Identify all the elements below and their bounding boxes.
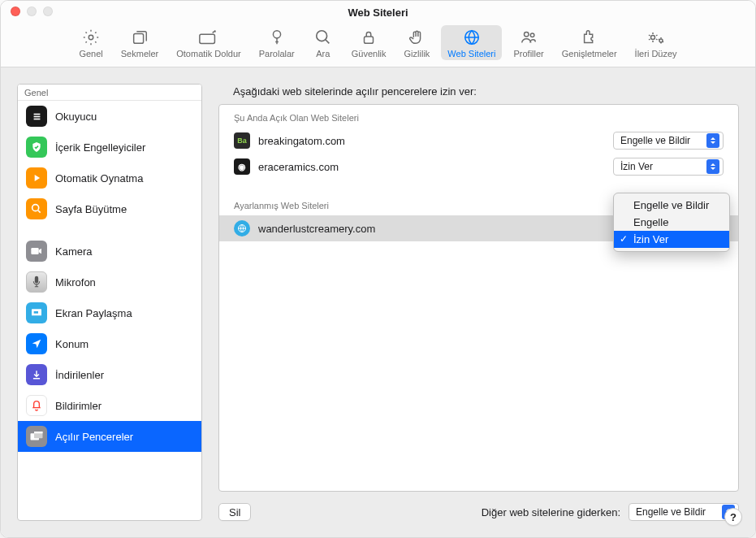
sidebar-item-label: Sayfa Büyütme	[55, 203, 127, 215]
sidebar-item-label: Ekran Paylaşma	[55, 307, 132, 319]
svg-rect-15	[33, 310, 39, 314]
bell-icon	[26, 395, 47, 416]
websites-table: Şu Anda Açık Olan Web Siteleri Ba breaki…	[218, 104, 739, 492]
puzzle-icon	[579, 28, 600, 46]
popup-option-block[interactable]: Engelle	[614, 214, 729, 231]
tabs-icon	[129, 28, 150, 46]
svg-point-9	[650, 36, 654, 40]
hand-icon	[406, 28, 427, 46]
sidebar-item-label: Mikrofon	[55, 276, 96, 289]
svg-point-3	[273, 31, 280, 38]
magnify-icon	[26, 198, 47, 219]
main-content: Aşağıdaki web sitelerinde açılır pencere…	[218, 84, 739, 521]
sidebar-item-label: Bildirimler	[55, 400, 102, 412]
site-favicon	[234, 220, 250, 236]
popup-option-block-notify[interactable]: Engelle ve Bildir	[614, 197, 729, 214]
toolbar-search[interactable]: Ara	[306, 25, 340, 60]
sidebar-item-location[interactable]: Konum	[18, 328, 201, 359]
toolbar-advanced[interactable]: İleri Düzey	[629, 25, 684, 60]
gear-icon	[80, 28, 102, 46]
toolbar-tabs[interactable]: Sekmeler	[114, 25, 165, 60]
site-row[interactable]: ◉ eraceramics.com İzin Ver	[219, 154, 738, 180]
site-name: wanderlustcreamery.com	[258, 223, 605, 235]
sidebar-item-camera[interactable]: Kamera	[18, 236, 201, 267]
zoom-window-button[interactable]	[43, 7, 53, 16]
window-title: Web Siteleri	[348, 7, 408, 19]
toolbar-extensions[interactable]: Genişletmeler	[555, 25, 624, 60]
permission-popup-menu: Engelle ve Bildir Engelle İzin Ver	[613, 193, 730, 252]
sidebar-item-page-zoom[interactable]: Sayfa Büyütme	[18, 193, 201, 224]
lock-icon	[358, 28, 379, 46]
toolbar-security[interactable]: Güvenlik	[345, 25, 393, 60]
footer-row: Sil Diğer web sitelerine giderken: Engel…	[218, 503, 739, 521]
svg-point-11	[32, 205, 39, 211]
sidebar-item-notifications[interactable]: Bildirimler	[18, 390, 201, 421]
location-icon	[26, 333, 47, 354]
sidebar-item-label: Açılır Pencereler	[55, 431, 133, 443]
close-window-button[interactable]	[11, 7, 20, 16]
other-sites-label: Diğer web sitelerine giderken:	[482, 506, 620, 518]
profiles-icon	[518, 28, 539, 46]
svg-rect-12	[31, 248, 38, 254]
sidebar-list: ☰ Okuyucu İçerik Engelleyiciler Otomatik…	[18, 101, 201, 520]
gears-icon	[646, 28, 667, 46]
svg-rect-2	[200, 34, 215, 43]
minimize-window-button[interactable]	[27, 7, 37, 16]
autofill-icon	[198, 28, 219, 46]
svg-point-10	[659, 39, 663, 42]
svg-rect-18	[34, 432, 43, 433]
site-name: breakingatom.com	[258, 135, 605, 147]
sidebar-item-label: Okuyucu	[55, 111, 97, 123]
site-permission-select[interactable]: Engelle ve Bildir	[613, 132, 724, 150]
svg-point-0	[89, 35, 93, 40]
play-icon	[26, 167, 47, 189]
sidebar-item-downloads[interactable]: İndirilenler	[18, 359, 201, 390]
help-button[interactable]: ?	[724, 508, 742, 526]
section-header-open: Şu Anda Açık Olan Web Siteleri	[219, 105, 738, 128]
toolbar-websites[interactable]: Web Siteleri	[441, 25, 502, 60]
toolbar-autofill[interactable]: Otomatik Doldur	[170, 25, 247, 60]
camera-icon	[26, 241, 47, 262]
content-heading: Aşağıdaki web sitelerinde açılır pencere…	[233, 85, 739, 98]
sidebar-item-label: İçerik Engelleyiciler	[55, 141, 145, 154]
svg-rect-5	[365, 37, 374, 43]
settings-sidebar: Genel ☰ Okuyucu İçerik Engelleyiciler	[17, 84, 202, 521]
select-arrows-icon	[706, 133, 719, 148]
sidebar-item-label: Otomatik Oynatma	[55, 172, 143, 184]
toolbar-profiles[interactable]: Profiller	[507, 25, 550, 60]
sidebar-item-content-blockers[interactable]: İçerik Engelleyiciler	[18, 132, 201, 163]
sidebar-item-popups[interactable]: Açılır Pencereler	[18, 421, 201, 452]
titlebar: Web Siteleri	[1, 1, 755, 24]
site-row[interactable]: Ba breakingatom.com Engelle ve Bildir	[219, 128, 738, 154]
sidebar-item-microphone[interactable]: Mikrofon	[18, 267, 201, 297]
sidebar-item-label: Konum	[55, 338, 89, 350]
svg-point-4	[317, 31, 327, 41]
delete-button[interactable]: Sil	[218, 503, 251, 521]
select-arrows-icon	[706, 159, 719, 174]
search-icon	[313, 28, 334, 46]
toolbar-general[interactable]: Genel	[72, 25, 109, 60]
sidebar-item-screen-sharing[interactable]: Ekran Paylaşma	[18, 297, 201, 328]
popup-option-allow[interactable]: İzin Ver	[614, 231, 729, 248]
site-favicon: Ba	[234, 132, 250, 149]
sidebar-item-autoplay[interactable]: Otomatik Oynatma	[18, 163, 201, 193]
other-sites-select[interactable]: Engelle ve Bildir	[629, 503, 739, 521]
svg-rect-1	[134, 33, 144, 43]
toolbar-privacy[interactable]: Gizlilik	[398, 25, 437, 60]
site-name: eraceramics.com	[258, 161, 605, 173]
globe-icon	[461, 28, 482, 46]
svg-point-8	[530, 33, 534, 37]
site-permission-select[interactable]: İzin Ver	[613, 158, 724, 176]
key-icon	[266, 28, 287, 46]
popup-windows-icon	[26, 426, 47, 447]
preferences-window: Web Siteleri Genel Sekmeler Otomatik Dol…	[0, 0, 756, 538]
svg-point-7	[525, 33, 529, 37]
toolbar-passwords[interactable]: Parolalar	[253, 25, 301, 60]
screen-share-icon	[26, 302, 47, 323]
site-favicon: ◉	[234, 158, 250, 175]
preferences-toolbar: Genel Sekmeler Otomatik Doldur Parolalar	[1, 24, 755, 67]
window-controls	[11, 7, 53, 16]
shield-check-icon	[26, 137, 47, 158]
sidebar-item-reader[interactable]: ☰ Okuyucu	[18, 101, 201, 132]
sidebar-item-label: İndirilenler	[55, 369, 104, 381]
